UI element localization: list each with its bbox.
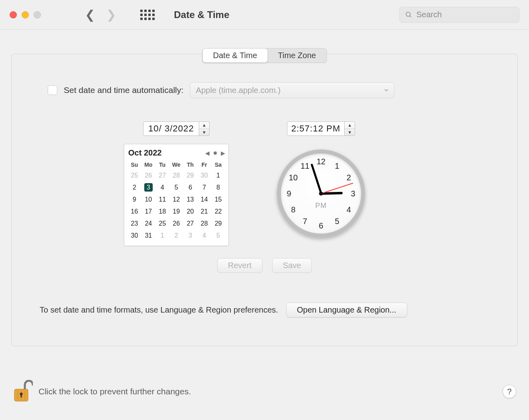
analog-clock: PM 121234567891011 — [277, 149, 365, 238]
cal-day[interactable]: 1 — [211, 170, 225, 182]
cal-day[interactable]: 4 — [197, 230, 211, 242]
cal-dow: Fr — [197, 160, 211, 170]
calendar: Oct 2022 ◀ ▶ SuMoTuWeThFrSa2526272829301… — [124, 144, 229, 246]
clock-ampm: PM — [315, 202, 327, 210]
cal-day[interactable]: 25 — [155, 218, 170, 230]
cal-day[interactable]: 10 — [141, 194, 155, 206]
cal-day[interactable]: 15 — [211, 194, 225, 206]
minimize-window-button[interactable] — [22, 11, 29, 18]
ntp-server-value: Apple (time.apple.com.) — [196, 86, 281, 95]
cal-day[interactable]: 17 — [141, 206, 155, 218]
tab-time-zone[interactable]: Time Zone — [268, 48, 327, 63]
cal-day[interactable]: 3 — [183, 230, 197, 242]
cal-day[interactable]: 23 — [127, 218, 141, 230]
footer: Click the lock to prevent further change… — [13, 380, 516, 403]
clock-minute-hand — [311, 164, 322, 194]
search-input[interactable]: Search — [399, 7, 519, 23]
language-region-text: To set date and time formats, use Langua… — [40, 305, 278, 315]
auto-row: Set date and time automatically: Apple (… — [48, 82, 493, 98]
cal-day[interactable]: 13 — [183, 194, 197, 206]
language-region-row: To set date and time formats, use Langua… — [40, 303, 493, 317]
cal-day[interactable]: 28 — [170, 170, 184, 182]
cal-day[interactable]: 29 — [211, 218, 225, 230]
lock-text: Click the lock to prevent further change… — [38, 387, 191, 396]
save-button[interactable]: Save — [272, 258, 312, 273]
date-step-down[interactable]: ▼ — [199, 129, 209, 136]
cal-day[interactable]: 11 — [155, 194, 170, 206]
chevron-down-icon — [382, 86, 391, 95]
close-window-button[interactable] — [10, 11, 17, 18]
cal-day[interactable]: 26 — [141, 170, 155, 182]
grid-icon[interactable] — [140, 10, 155, 20]
cal-day[interactable]: 14 — [197, 194, 211, 206]
help-button[interactable]: ? — [503, 385, 516, 398]
back-button[interactable]: ❮ — [85, 9, 95, 21]
svg-point-0 — [406, 12, 410, 16]
cal-day[interactable]: 31 — [141, 230, 155, 242]
cal-day[interactable]: 30 — [197, 170, 211, 182]
cal-day[interactable]: 26 — [170, 218, 184, 230]
cal-day[interactable]: 12 — [170, 194, 184, 206]
button-row: Revert Save — [36, 258, 493, 273]
time-step-down[interactable]: ▼ — [345, 129, 355, 136]
cal-day[interactable]: 19 — [170, 206, 184, 218]
cal-day[interactable]: 22 — [211, 206, 225, 218]
clock-number: 3 — [351, 189, 355, 198]
cal-day[interactable]: 20 — [183, 206, 197, 218]
cal-dow: Su — [127, 160, 141, 170]
revert-button[interactable]: Revert — [217, 258, 262, 273]
cal-day[interactable]: 5 — [211, 230, 225, 242]
cal-dow: Sa — [211, 160, 225, 170]
time-stepper[interactable]: 2:57:12 PM ▲ ▼ — [287, 121, 355, 136]
time-step-up[interactable]: ▲ — [345, 122, 355, 129]
date-stepper-buttons[interactable]: ▲ ▼ — [199, 121, 210, 136]
date-step-up[interactable]: ▲ — [199, 122, 209, 129]
cal-day[interactable]: 5 — [170, 182, 184, 194]
cal-day[interactable]: 29 — [183, 170, 197, 182]
cal-day[interactable]: 7 — [197, 182, 211, 194]
cal-day[interactable]: 8 — [211, 182, 225, 194]
search-icon — [405, 11, 412, 18]
clock-center-pin — [319, 192, 323, 196]
open-language-region-button[interactable]: Open Language & Region... — [286, 303, 407, 317]
cal-day[interactable]: 25 — [127, 170, 141, 182]
lock-open-icon[interactable] — [13, 380, 33, 403]
cal-day[interactable]: 27 — [183, 218, 197, 230]
date-stepper[interactable]: 10/ 3/2022 ▲ ▼ — [143, 121, 210, 136]
cal-day[interactable]: 16 — [127, 206, 141, 218]
auto-checkbox[interactable] — [48, 85, 57, 95]
cal-day[interactable]: 28 — [197, 218, 211, 230]
cal-next-month[interactable]: ▶ — [221, 150, 225, 156]
cal-day[interactable]: 6 — [183, 182, 197, 194]
cal-day[interactable]: 2 — [127, 182, 141, 194]
cal-today-button[interactable] — [214, 151, 217, 155]
cal-day[interactable]: 21 — [197, 206, 211, 218]
window-title: Date & Time — [174, 9, 229, 20]
cal-prev-month[interactable]: ◀ — [205, 150, 210, 156]
time-stepper-buttons[interactable]: ▲ ▼ — [345, 121, 355, 136]
cal-day[interactable]: 1 — [155, 230, 170, 242]
tab-date-time[interactable]: Date & Time — [203, 48, 268, 63]
cal-dow: We — [170, 160, 184, 170]
zoom-window-button[interactable] — [34, 11, 41, 18]
time-field[interactable]: 2:57:12 PM — [287, 121, 345, 136]
cal-day[interactable]: 2 — [170, 230, 184, 242]
calendar-title: Oct 2022 — [128, 148, 162, 158]
toolbar: ❮ ❯ Date & Time Search — [0, 0, 529, 30]
clock-number: 9 — [287, 189, 291, 198]
cal-day[interactable]: 9 — [127, 194, 141, 206]
date-field[interactable]: 10/ 3/2022 — [143, 121, 199, 136]
calendar-grid: SuMoTuWeThFrSa25262728293012345678910111… — [127, 160, 225, 242]
main-panel: Set date and time automatically: Apple (… — [11, 54, 518, 346]
clock-number: 12 — [317, 157, 325, 166]
cal-day[interactable]: 18 — [155, 206, 170, 218]
ntp-server-select[interactable]: Apple (time.apple.com.) — [190, 82, 394, 98]
clock-number: 1 — [335, 161, 339, 170]
cal-day[interactable]: 27 — [155, 170, 170, 182]
cal-day[interactable]: 4 — [155, 182, 170, 194]
clock-number: 8 — [291, 205, 295, 214]
cal-day[interactable]: 30 — [127, 230, 141, 242]
cal-day[interactable]: 3 — [141, 182, 155, 194]
cal-dow: Tu — [155, 160, 170, 170]
cal-day[interactable]: 24 — [141, 218, 155, 230]
